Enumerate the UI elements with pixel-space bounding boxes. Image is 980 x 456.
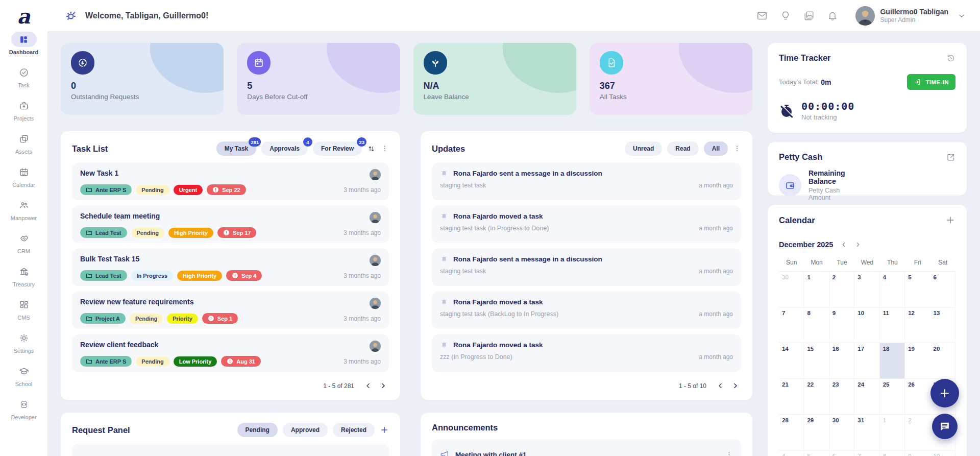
calendar-day[interactable]: 16 — [829, 343, 854, 379]
calendar-day[interactable]: 11 — [880, 307, 905, 343]
sidebar-item-cms[interactable]: CMS — [0, 297, 47, 330]
tab-approvals[interactable]: Approvals 4 — [261, 141, 308, 156]
tab-unread[interactable]: Unread — [625, 141, 662, 156]
calendar-day[interactable]: 4 — [779, 450, 804, 456]
calendar-day[interactable]: 12 — [905, 307, 930, 343]
update-row[interactable]: Rona Fajardo moved a task zzz (In Progre… — [432, 334, 741, 372]
next-page-icon[interactable] — [729, 380, 741, 392]
fab-chat-button[interactable] — [932, 414, 958, 439]
update-row[interactable]: Rona Fajardo sent a message in a discuss… — [432, 249, 741, 286]
calendar-day[interactable]: 21 — [779, 379, 804, 415]
calendar-day[interactable]: 9 — [829, 307, 854, 343]
calendar-day[interactable]: 5 — [905, 272, 930, 307]
calendar-day[interactable]: 25 — [880, 379, 905, 415]
tab-approved[interactable]: Approved — [283, 423, 328, 437]
calendar-day[interactable]: 7 — [854, 450, 879, 456]
fab-add-button[interactable] — [930, 379, 959, 407]
time-in-button[interactable]: TIME-IN — [907, 74, 955, 90]
task-row[interactable]: New Task 1 Ante ERP SPendingUrgentSep 22… — [72, 163, 389, 200]
calendar-day[interactable]: 24 — [854, 379, 879, 415]
update-row[interactable]: Rona Fajardo moved a task staging test t… — [432, 292, 741, 329]
calendar-day[interactable]: 30 — [779, 272, 804, 307]
sidebar-item-dashboard[interactable]: Dashboard — [0, 32, 47, 65]
stat-card-all-tasks[interactable]: 367 All Tasks — [590, 43, 752, 115]
calendar-day[interactable]: 23 — [829, 379, 854, 415]
calendar-day[interactable]: 18 — [880, 343, 905, 379]
calendar-day[interactable]: 14 — [779, 343, 804, 379]
calendar-day[interactable]: 2 — [905, 415, 930, 450]
calendar-day[interactable]: 13 — [930, 307, 955, 343]
gallery-icon[interactable] — [803, 10, 815, 21]
calendar-day[interactable]: 9 — [905, 450, 930, 456]
task-row[interactable]: Schedule team meeting Lead TestPendingHi… — [72, 206, 389, 243]
tab-read[interactable]: Read — [667, 141, 698, 156]
tab-pending[interactable]: Pending — [237, 423, 278, 437]
tab-my-task[interactable]: My Task 281 — [216, 141, 256, 156]
calendar-day[interactable]: 5 — [804, 450, 829, 456]
sidebar-item-school[interactable]: School — [0, 364, 47, 397]
prev-page-icon[interactable] — [362, 380, 374, 392]
kebab-menu-icon[interactable] — [725, 451, 733, 456]
calendar-day[interactable]: 3 — [854, 272, 879, 307]
calendar-day[interactable]: 4 — [880, 272, 905, 307]
tab-all[interactable]: All — [704, 141, 728, 156]
calendar-day[interactable]: 10 — [854, 307, 879, 343]
external-link-icon[interactable] — [946, 153, 955, 162]
task-row[interactable]: Review client feedback Ante ERP SPending… — [72, 334, 389, 372]
sidebar-item-treasury[interactable]: Treasury — [0, 264, 47, 297]
mail-icon[interactable] — [756, 10, 768, 21]
announcement-row[interactable]: Meeting with client #1 — [432, 439, 741, 456]
tab-rejected[interactable]: Rejected — [333, 423, 375, 437]
calendar-day[interactable]: 22 — [804, 379, 829, 415]
kebab-menu-icon[interactable] — [733, 145, 741, 153]
calendar-day[interactable]: 1 — [804, 272, 829, 307]
kebab-menu-icon[interactable] — [381, 145, 389, 153]
calendar-day[interactable]: 7 — [779, 307, 804, 343]
sidebar-item-calendar[interactable]: Calendar — [0, 164, 47, 198]
calendar-day[interactable]: 15 — [804, 343, 829, 379]
prev-month-icon[interactable] — [840, 241, 847, 248]
sidebar-item-projects[interactable]: Projects — [0, 98, 47, 131]
calendar-day[interactable]: 6 — [930, 272, 955, 307]
task-row[interactable]: Bulk Test Task 15 Lead TestIn ProgressHi… — [72, 249, 389, 286]
sidebar-item-task[interactable]: Task — [0, 65, 47, 98]
stat-card-cutoff[interactable]: 5 Days Before Cut-off — [237, 43, 400, 115]
calendar-day[interactable]: 8 — [880, 450, 905, 456]
calendar-day[interactable]: 1 — [880, 415, 905, 450]
calendar-day[interactable]: 26 — [905, 379, 930, 415]
next-page-icon[interactable] — [377, 380, 389, 392]
stat-card-leave-balance[interactable]: N/A Leave Balance — [413, 43, 576, 115]
bell-icon[interactable] — [827, 10, 838, 21]
calendar-day[interactable]: 17 — [854, 343, 879, 379]
request-row[interactable] — [72, 444, 389, 456]
calendar-day[interactable]: 28 — [779, 415, 804, 450]
calendar-day[interactable]: 30 — [829, 415, 854, 450]
user-menu[interactable]: Guillermo0 Tabligan Super Admin — [855, 6, 966, 26]
stat-card-outstanding-requests[interactable]: 0 Outstanding Requests — [61, 43, 224, 115]
update-row[interactable]: Rona Fajardo moved a task staging test t… — [432, 206, 741, 243]
sidebar-item-manpower[interactable]: Manpower — [0, 198, 47, 231]
update-row[interactable]: Rona Fajardo sent a message in a discuss… — [432, 163, 741, 200]
sort-icon[interactable] — [367, 145, 376, 153]
calendar-day[interactable]: 2 — [829, 272, 854, 307]
chevron-down-icon[interactable] — [958, 12, 966, 20]
calendar-day[interactable]: 29 — [804, 415, 829, 450]
sidebar-item-crm[interactable]: CRM — [0, 231, 47, 264]
bulb-icon[interactable] — [780, 10, 791, 21]
sidebar-item-settings[interactable]: Settings — [0, 330, 47, 364]
sidebar-item-assets[interactable]: Assets — [0, 131, 47, 164]
next-month-icon[interactable] — [854, 241, 862, 248]
app-logo[interactable]: a — [13, 5, 35, 28]
prev-page-icon[interactable] — [715, 380, 726, 392]
calendar-day[interactable]: 8 — [804, 307, 829, 343]
sidebar-item-developer[interactable]: Developer — [0, 397, 47, 430]
calendar-day[interactable]: 6 — [829, 450, 854, 456]
history-icon[interactable] — [946, 54, 955, 63]
calendar-day[interactable]: 10 — [930, 450, 955, 456]
task-row[interactable]: Review new feature requirements Project … — [72, 292, 389, 329]
add-event-icon[interactable] — [945, 215, 955, 225]
tab-for-review[interactable]: For Review 23 — [313, 141, 362, 156]
calendar-day[interactable]: 20 — [930, 343, 955, 379]
calendar-day[interactable]: 19 — [905, 343, 930, 379]
add-request-icon[interactable] — [380, 425, 389, 435]
